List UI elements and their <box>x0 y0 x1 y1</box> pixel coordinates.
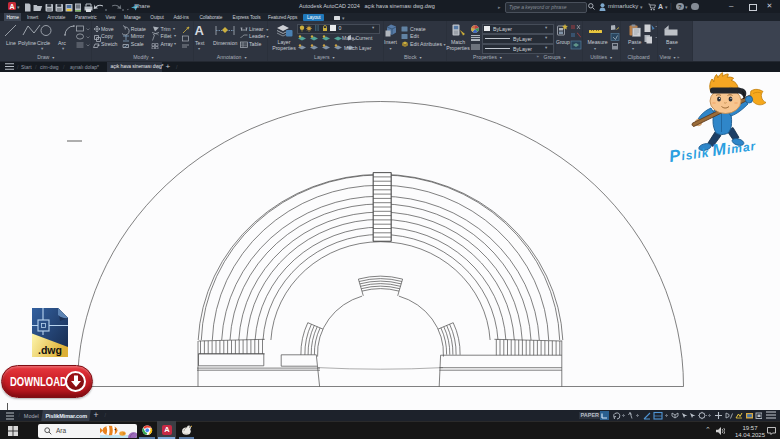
svg-text:.dwg: .dwg <box>38 344 62 356</box>
